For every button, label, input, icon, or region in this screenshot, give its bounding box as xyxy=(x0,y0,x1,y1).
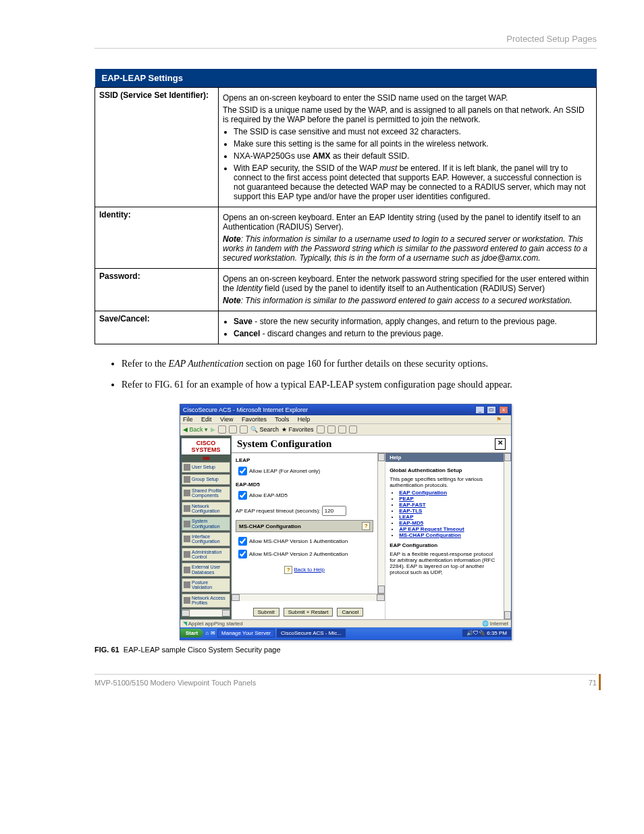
close-icon[interactable]: x xyxy=(499,406,508,414)
cancel-button[interactable]: Cancel xyxy=(337,608,363,617)
text: Network Configuration xyxy=(192,504,228,514)
help-icon[interactable]: ? xyxy=(284,566,292,574)
menu-tools[interactable]: Tools xyxy=(275,416,289,423)
allow-leap-checkbox[interactable]: Allow LEAP (For Aironet only) xyxy=(236,468,320,474)
text: Administration Control xyxy=(192,550,228,560)
sidebar-item-group-setup[interactable]: Group Setup xyxy=(182,474,230,485)
sidebar-item-shared-profile[interactable]: Shared Profile Components xyxy=(182,486,230,500)
windows-flag-icon: ⚑ xyxy=(496,416,502,423)
page-title-bar: System Configuration ✕ xyxy=(232,436,511,453)
menu-view[interactable]: View xyxy=(220,416,233,423)
text: The SSID is case sensitive and must not … xyxy=(234,127,592,136)
help-link[interactable]: LEAP xyxy=(399,514,413,520)
savecancel-label: Save/Cancel: xyxy=(95,311,219,344)
icon xyxy=(184,521,190,527)
text: CiscoSecure ACS - Mic... xyxy=(281,630,342,636)
sidebar-scrollbar[interactable] xyxy=(182,609,230,617)
text: Applet appPing started xyxy=(188,621,243,627)
text: Note: This information is similar to a u… xyxy=(223,234,592,263)
text: Posture Validation xyxy=(192,580,228,590)
sidebar-item-posture-validation[interactable]: Posture Validation xyxy=(182,578,230,592)
mschap-v1-checkbox[interactable]: Allow MS-CHAP Version 1 Authentication xyxy=(236,535,373,548)
table-title: EAP-LEAP Settings xyxy=(95,69,597,88)
home-icon[interactable] xyxy=(240,425,248,434)
identity-label: Identity: xyxy=(95,207,219,269)
left-hscrollbar[interactable] xyxy=(232,594,385,601)
help-link[interactable]: MS-CHAP Configuration xyxy=(399,532,461,538)
minimize-icon[interactable]: _ xyxy=(475,406,485,414)
sidebar-item-system-config[interactable]: System Configuration xyxy=(182,517,230,531)
menu-bar: File Edit View Favorites Tools Help ⚑ xyxy=(180,415,511,424)
help-link[interactable]: EAP-TLS xyxy=(399,508,422,514)
cisco-logo-bars: ıllıılıllıılı xyxy=(182,456,230,461)
embedded-screenshot: CiscoSecure ACS - Microsoft Internet Exp… xyxy=(180,404,512,640)
taskbar-item[interactable]: Manage Your Server xyxy=(217,629,275,637)
print-icon[interactable] xyxy=(338,425,346,434)
help-link[interactable]: EAP Configuration xyxy=(399,490,447,496)
mschap-v2-checkbox[interactable]: Allow MS-CHAP Version 2 Authentication xyxy=(236,548,373,561)
back-to-help-link[interactable]: Back to Help xyxy=(294,567,325,573)
help-link[interactable]: AP EAP Request Timeout xyxy=(399,526,464,532)
taskbar: Start ⌂ ✉ Manage Your Server CiscoSecure… xyxy=(180,627,511,640)
text: Allow MS-CHAP Version 2 Authentication xyxy=(249,551,348,557)
history-icon[interactable] xyxy=(317,425,325,434)
stop-icon[interactable] xyxy=(218,425,226,434)
status-right: 🌐 Internet xyxy=(482,621,508,627)
favorites-button[interactable]: ★ Favorites xyxy=(281,426,314,433)
refresh-icon[interactable] xyxy=(229,425,237,434)
menu-help[interactable]: Help xyxy=(298,416,311,423)
left-scrollbar[interactable] xyxy=(377,453,385,594)
eap-leap-table: EAP-LEAP Settings SSID (Service Set Iden… xyxy=(95,69,597,344)
mschap-header: MS-CHAP Configuration ? xyxy=(236,520,373,532)
text: : This information is similar to a usern… xyxy=(223,234,587,263)
search-button[interactable]: 🔍 Search xyxy=(250,426,279,433)
text: With EAP security, the SSID of the WAP xyxy=(234,163,379,173)
sidebar-item-network-access[interactable]: Network Access Profiles xyxy=(182,594,230,608)
close-panel-button[interactable]: ✕ xyxy=(495,438,506,450)
text: AMX xyxy=(313,151,331,161)
help-header: Help xyxy=(385,453,504,462)
text: Opens an on-screen keyboard to enter the… xyxy=(223,93,592,103)
text: Note xyxy=(223,234,241,244)
back-button[interactable]: ◀ Back ▾ xyxy=(183,426,208,433)
help-link[interactable]: EAP-FAST xyxy=(399,502,426,508)
text: Back xyxy=(190,426,203,433)
help-links: EAP Configuration PEAP EAP-FAST EAP-TLS … xyxy=(399,490,500,538)
sidebar-item-external-user[interactable]: External User Databases xyxy=(182,563,230,577)
sidebar-item-network-config[interactable]: Network Configuration xyxy=(182,502,230,516)
savecancel-content: Save - store the new security informatio… xyxy=(219,311,597,344)
edit-icon[interactable] xyxy=(349,425,357,434)
sidebar-item-user-setup[interactable]: User Setup xyxy=(182,462,230,473)
icon xyxy=(184,476,190,483)
quicklaunch-icon[interactable]: ⌂ xyxy=(205,630,209,636)
clock: 6:35 PM xyxy=(487,630,507,636)
text: field (used by the panel to identify its… xyxy=(263,284,545,293)
menu-favorites[interactable]: Favorites xyxy=(242,416,267,423)
ap-timeout-row: AP EAP request timeout (seconds): xyxy=(236,506,373,516)
submit-button[interactable]: Submit xyxy=(253,608,279,617)
menu-file[interactable]: File xyxy=(183,416,193,423)
text: as their default SSID. xyxy=(331,151,410,161)
right-scrollbar[interactable] xyxy=(504,453,511,619)
forward-icon[interactable]: ▶ xyxy=(211,426,215,433)
taskbar-item-active[interactable]: CiscoSecure ACS - Mic... xyxy=(277,629,346,637)
ap-timeout-input[interactable] xyxy=(322,506,346,516)
mail-icon[interactable] xyxy=(327,425,336,434)
help-link[interactable]: EAP-MD5 xyxy=(399,520,423,526)
maximize-icon[interactable]: ▭ xyxy=(487,406,496,414)
cisco-sidebar: CISCO SYSTEMS ıllıılıllıılı User Setup G… xyxy=(180,436,232,619)
help-icon[interactable]: ? xyxy=(362,522,370,530)
quicklaunch-icon[interactable]: ✉ xyxy=(211,630,215,636)
sidebar-item-interface-config[interactable]: Interface Configuration xyxy=(182,532,230,546)
text: Make sure this setting is the same for a… xyxy=(234,139,592,149)
submit-restart-button[interactable]: Submit + Restart xyxy=(284,608,333,617)
allow-eapmd5-checkbox[interactable]: Allow EAP-MD5 xyxy=(236,492,288,498)
start-button[interactable]: Start xyxy=(180,629,203,637)
text: section on page 160 for further details … xyxy=(244,359,488,369)
help-link[interactable]: PEAP xyxy=(399,496,414,502)
system-tray: 🔊🛡🔌 6:35 PM xyxy=(462,629,511,637)
text: : This information is similar to the pas… xyxy=(241,296,572,305)
text: The SSID is a unique name used by the WA… xyxy=(223,105,592,124)
sidebar-item-admin-control[interactable]: Administration Control xyxy=(182,548,230,562)
menu-edit[interactable]: Edit xyxy=(201,416,212,423)
